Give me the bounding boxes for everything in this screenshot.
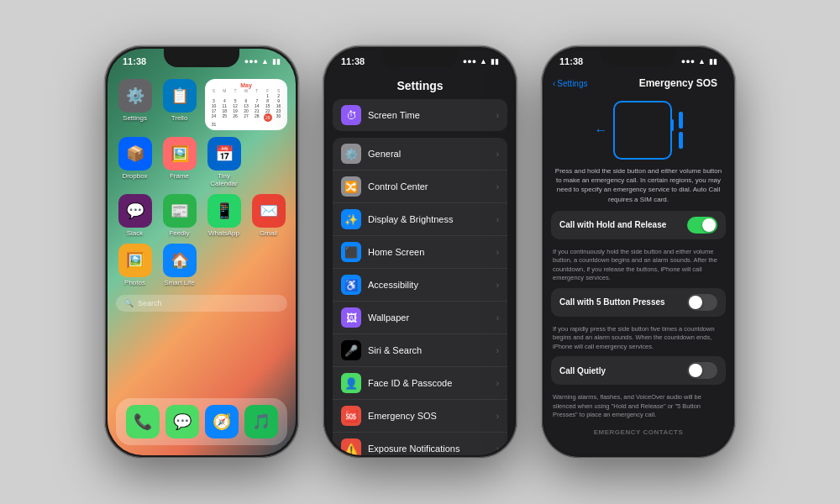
homescreen-label: Home Screen: [368, 247, 490, 257]
volume-button-diagram: [679, 112, 683, 129]
chevron-icon: ›: [496, 313, 499, 323]
frame-app-icon: 🖼️: [163, 137, 197, 171]
five-presses-description: If you rapidly press the side button fiv…: [544, 322, 732, 357]
phone-settings: 11:38 ●●● ▲ ▮▮ Settings ⏱ Screen Time ›: [323, 46, 517, 458]
chevron-icon: ›: [496, 444, 499, 454]
arrow-left-icon: ←: [595, 123, 608, 138]
five-presses-toggle[interactable]: [687, 294, 717, 311]
hold-release-toggle[interactable]: [687, 217, 717, 234]
call-quietly-description: Warning alarms, flashes, and VoiceOver a…: [544, 390, 732, 425]
status-time: 11:38: [341, 56, 365, 66]
emergencysos-label: Emergency SOS: [368, 411, 490, 421]
back-chevron-icon: ‹: [553, 79, 555, 88]
list-item[interactable]: ♿ Accessibility ›: [333, 269, 507, 302]
sos-toggle-section-2: Call with 5 Button Presses: [551, 288, 726, 317]
calendar-widget: May SMTWTFS 12 3456789 10111213141516 17…: [205, 79, 287, 130]
spotlight-label: Search: [138, 299, 162, 307]
settings-list: ⏱ Screen Time › ⚙️ General › 🔀 Control C…: [326, 99, 514, 455]
list-item[interactable]: 🎤 Siri & Search ›: [333, 334, 507, 367]
list-item[interactable]: 🖼 Wallpaper ›: [333, 302, 507, 334]
accessibility-label: Accessibility: [368, 280, 490, 290]
dropbox-app-icon: 📦: [118, 137, 152, 171]
toggle-knob: [689, 364, 702, 377]
toggle-knob: [689, 296, 702, 309]
list-item[interactable]: Call with 5 Button Presses: [551, 288, 726, 317]
phone-emergency-sos: 11:38 ●●● ▲ ▮▮ ‹ Settings Emergency SOS …: [542, 46, 735, 458]
five-presses-label: Call with 5 Button Presses: [559, 297, 680, 307]
call-quietly-toggle[interactable]: [687, 362, 717, 379]
hold-release-label: Call with Hold and Release: [559, 220, 680, 229]
list-item[interactable]: ⬛ Home Screen ›: [333, 236, 507, 269]
chevron-icon: ›: [496, 150, 499, 159]
notch: [164, 49, 239, 67]
list-item[interactable]: 👤 Face ID & Passcode ›: [333, 367, 507, 400]
back-label: Settings: [557, 79, 587, 88]
wifi-icon: ▲: [261, 57, 269, 66]
chevron-icon: ›: [496, 281, 499, 290]
settings-content: Settings ⏱ Screen Time › ⚙️ General ›: [326, 74, 514, 455]
list-item[interactable]: 🖼️ Photos: [116, 244, 154, 286]
list-item[interactable]: 🏠 Smart Life: [160, 244, 198, 286]
display-label: Display & Brightness: [368, 214, 490, 224]
list-item[interactable]: Call Quietly: [551, 356, 726, 385]
chevron-icon: ›: [496, 248, 499, 257]
list-item[interactable]: 🔀 Control Center ›: [333, 171, 507, 203]
signal-icon: ●●●: [681, 57, 695, 66]
wallpaper-label: Wallpaper: [368, 312, 490, 323]
exposure-label: Exposure Notifications: [368, 444, 490, 454]
phone-dock-icon[interactable]: 📞: [126, 405, 160, 438]
list-item[interactable]: 🖼️ Frame: [160, 137, 198, 187]
chevron-icon: ›: [496, 346, 499, 355]
phone-home: 11:38 ●●● ▲ ▮▮ ⚙️ Settings 📋 Trello: [105, 46, 298, 458]
list-item[interactable]: ✉️ Gmail: [249, 194, 287, 237]
list-item[interactable]: ✨ Display & Brightness ›: [333, 203, 507, 236]
phone-diagram-image: [613, 101, 672, 160]
general-icon: ⚙️: [341, 144, 361, 164]
siri-label: Siri & Search: [368, 345, 490, 355]
exposure-icon: ⚠️: [341, 438, 361, 455]
chevron-icon: ›: [496, 215, 499, 224]
safari-dock-icon[interactable]: 🧭: [205, 405, 239, 438]
list-item[interactable]: ⚙️ General ›: [333, 138, 507, 171]
back-button[interactable]: ‹ Settings: [553, 79, 587, 88]
tinycal-app-icon: 📅: [207, 137, 241, 171]
screentime-label: Screen Time: [368, 110, 490, 120]
messages-dock-icon[interactable]: 💬: [165, 405, 199, 438]
status-time: 11:38: [123, 56, 146, 66]
call-quietly-label: Call Quietly: [559, 366, 680, 375]
screentime-icon: ⏱: [341, 105, 361, 125]
list-item[interactable]: 📰 Feedly: [160, 194, 198, 237]
gmail-app-icon: ✉️: [252, 194, 286, 228]
search-icon: 🔍: [124, 299, 134, 307]
list-item[interactable]: Call with Hold and Release: [551, 211, 726, 239]
chevron-icon: ›: [496, 182, 499, 192]
faceid-label: Face ID & Passcode: [368, 378, 490, 388]
emergency-contacts-footer[interactable]: EMERGENCY CONTACTS: [544, 425, 732, 439]
chevron-icon: ›: [496, 111, 499, 120]
status-icons: ●●● ▲ ▮▮: [681, 57, 717, 66]
home-content: ⚙️ Settings 📋 Trello May SMTWTFS 1: [108, 74, 296, 455]
dock: 📞 💬 🧭 🎵: [116, 398, 287, 445]
general-label: General: [368, 149, 490, 159]
status-icons: ●●● ▲ ▮▮: [463, 57, 499, 66]
controlcenter-icon: 🔀: [341, 176, 361, 197]
list-item[interactable]: 🆘 Emergency SOS ›: [333, 400, 507, 433]
list-item[interactable]: ⏱ Screen Time ›: [333, 99, 507, 131]
list-item[interactable]: ⚠️ Exposure Notifications ›: [333, 433, 507, 455]
siri-icon: 🎤: [341, 340, 361, 360]
list-item[interactable]: ⚙️ Settings: [116, 79, 154, 130]
list-item[interactable]: 📦 Dropbox: [116, 137, 154, 187]
sos-content: ‹ Settings Emergency SOS ←: [544, 74, 732, 455]
app-grid: ⚙️ Settings 📋 Trello May SMTWTFS 1: [108, 74, 296, 291]
list-item[interactable]: 📅 Tiny Calendar: [205, 137, 243, 187]
list-item[interactable]: 📱 WhatsApp: [205, 194, 243, 237]
faceid-icon: 👤: [341, 373, 361, 393]
trello-app-icon: 📋: [163, 79, 197, 113]
list-item[interactable]: 💬 Slack: [116, 194, 154, 237]
spotify-dock-icon[interactable]: 🎵: [244, 405, 278, 438]
hold-release-description: If you continuously hold the side button…: [544, 244, 732, 288]
accessibility-icon: ♿: [341, 275, 361, 295]
slack-app-icon: 💬: [118, 194, 152, 228]
spotlight-search[interactable]: 🔍 Search: [116, 295, 287, 312]
list-item[interactable]: 📋 Trello: [160, 79, 198, 130]
